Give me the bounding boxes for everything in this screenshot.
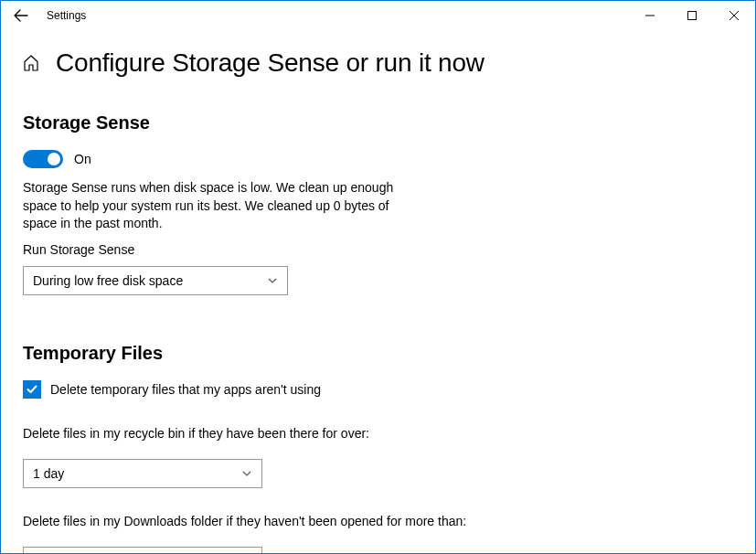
home-icon[interactable] (23, 55, 39, 71)
storage-sense-description: Storage Sense runs when disk space is lo… (23, 179, 416, 233)
titlebar: Settings (1, 1, 755, 30)
run-storage-sense-dropdown[interactable]: During low free disk space (23, 266, 288, 295)
back-button[interactable] (12, 6, 30, 25)
app-title: Settings (47, 9, 629, 22)
recycle-bin-field: Delete files in my recycle bin if they h… (23, 426, 733, 488)
page-header: Configure Storage Sense or run it now (23, 48, 733, 78)
delete-temp-files-label: Delete temporary files that my apps aren… (50, 382, 321, 397)
run-storage-sense-dropdown-value: During low free disk space (33, 273, 183, 288)
run-storage-sense-label: Run Storage Sense (23, 242, 733, 257)
window-controls (629, 1, 755, 30)
chevron-down-icon (241, 468, 252, 479)
downloads-dropdown[interactable]: 1 day (23, 547, 262, 554)
checkmark-icon (26, 383, 38, 396)
minimize-icon (645, 11, 655, 20)
close-icon (729, 11, 739, 20)
chevron-down-icon (267, 275, 278, 286)
maximize-icon (687, 11, 697, 20)
delete-temp-files-checkbox[interactable] (23, 380, 41, 399)
arrow-left-icon (14, 8, 28, 23)
recycle-bin-dropdown[interactable]: 1 day (23, 459, 262, 488)
maximize-button[interactable] (671, 1, 713, 30)
close-button[interactable] (713, 1, 755, 30)
storage-sense-toggle[interactable] (23, 150, 63, 168)
svg-rect-1 (688, 12, 697, 20)
recycle-bin-label: Delete files in my recycle bin if they h… (23, 426, 733, 441)
downloads-field: Delete files in my Downloads folder if t… (23, 514, 733, 554)
storage-sense-toggle-label: On (74, 152, 91, 166)
minimize-button[interactable] (629, 1, 671, 30)
temporary-files-heading: Temporary Files (23, 343, 733, 364)
delete-temp-files-row: Delete temporary files that my apps aren… (23, 380, 733, 399)
recycle-bin-dropdown-value: 1 day (33, 466, 64, 481)
storage-sense-heading: Storage Sense (23, 112, 733, 133)
content-area: Configure Storage Sense or run it now St… (1, 30, 755, 554)
storage-sense-toggle-row: On (23, 150, 733, 168)
downloads-label: Delete files in my Downloads folder if t… (23, 514, 733, 528)
toggle-knob (48, 153, 60, 165)
page-title: Configure Storage Sense or run it now (56, 48, 484, 78)
